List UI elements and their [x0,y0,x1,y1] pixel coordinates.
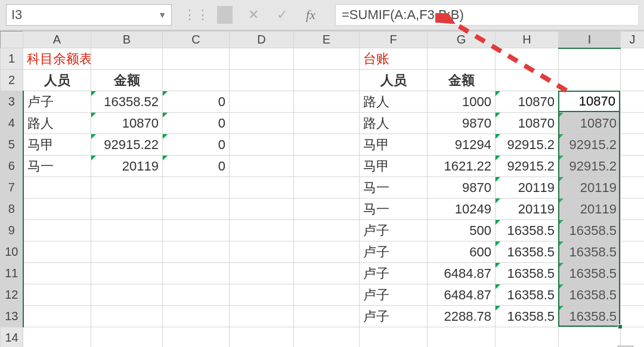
cell-A2[interactable]: 人员 [23,70,91,91]
cell-H10[interactable]: 16358.5 [496,241,559,263]
cell-F1[interactable]: 台账 [360,48,428,70]
cell-I10[interactable]: 16358.5 [559,241,621,263]
cell-E4[interactable] [294,113,360,134]
cell-J8[interactable] [621,199,645,220]
cell-C5[interactable]: 0 [163,134,230,156]
cell-B6[interactable]: 20119 [91,156,163,177]
cell-C11[interactable] [163,263,230,284]
cell-A7[interactable] [23,177,91,199]
cell-A14[interactable] [23,327,91,348]
cell-I4[interactable]: 10870 [559,113,621,134]
cell-G2[interactable]: 金额 [428,70,496,91]
cell-G10[interactable]: 600 [428,241,496,263]
select-all-corner[interactable] [1,32,23,48]
cell-C8[interactable] [163,199,230,220]
cell-H8[interactable]: 20119 [496,199,559,220]
row-header[interactable]: 3 [1,91,23,113]
cell-J5[interactable] [621,134,645,156]
cell-A3[interactable]: 卢子 [23,91,91,113]
cell-E1[interactable] [294,48,360,70]
row-header[interactable]: 13 [1,306,23,327]
row-header[interactable]: 7 [1,177,23,199]
cell-G3[interactable]: 1000 [428,91,496,113]
cell-H7[interactable]: 20119 [496,177,559,199]
cell-H3[interactable]: 10870 [496,91,559,113]
cell-C3[interactable]: 0 [163,91,230,113]
cell-F2[interactable]: 人员 [360,70,428,91]
cell-G14[interactable] [428,327,496,348]
col-header-H[interactable]: H [496,32,559,48]
cell-D3[interactable] [230,91,294,113]
cell-C2[interactable] [163,70,230,91]
cell-C10[interactable] [163,241,230,263]
cell-D8[interactable] [230,199,294,220]
cell-F9[interactable]: 卢子 [360,220,428,241]
cell-G12[interactable]: 6484.87 [428,284,496,306]
cell-D9[interactable] [230,220,294,241]
row-header[interactable]: 12 [1,284,23,306]
cell-B10[interactable] [91,241,163,263]
cell-B11[interactable] [91,263,163,284]
cell-E7[interactable] [294,177,360,199]
name-box-dropdown-icon[interactable]: ▼ [158,10,166,20]
row-header[interactable]: 6 [1,156,23,177]
cell-E9[interactable] [294,220,360,241]
row-header[interactable]: 4 [1,113,23,134]
cell-C1[interactable] [163,48,230,70]
cell-J12[interactable] [621,284,645,306]
cell-I7[interactable]: 20119 [559,177,621,199]
cell-J14[interactable] [621,327,645,348]
cell-E3[interactable] [294,91,360,113]
row-header[interactable]: 5 [1,134,23,156]
cell-H11[interactable]: 16358.5 [496,263,559,284]
cell-I2[interactable] [559,70,621,91]
cell-C4[interactable]: 0 [163,113,230,134]
cell-E11[interactable] [294,263,360,284]
cell-J9[interactable] [621,220,645,241]
cell-A12[interactable] [23,284,91,306]
cell-A9[interactable] [23,220,91,241]
cell-A5[interactable]: 马甲 [23,134,91,156]
cell-A10[interactable] [23,241,91,263]
cell-C9[interactable] [163,220,230,241]
cell-A13[interactable] [23,306,91,327]
cell-J2[interactable] [621,70,645,91]
cell-C6[interactable]: 0 [163,156,230,177]
row-header[interactable]: 2 [1,70,23,91]
cell-J10[interactable] [621,241,645,263]
cell-G8[interactable]: 10249 [428,199,496,220]
cell-D6[interactable] [230,156,294,177]
cell-C7[interactable] [163,177,230,199]
cell-J1[interactable] [621,48,645,70]
cell-J6[interactable] [621,156,645,177]
cell-B13[interactable] [91,306,163,327]
name-box[interactable]: I3 ▼ [6,4,172,26]
col-header-B[interactable]: B [91,32,163,48]
col-header-J[interactable]: J [621,32,645,48]
cell-F14[interactable] [360,327,428,348]
cell-B3[interactable]: 16358.52 [91,91,163,113]
cell-D12[interactable] [230,284,294,306]
cell-J7[interactable] [621,177,645,199]
cell-I8[interactable]: 20119 [559,199,621,220]
cell-D7[interactable] [230,177,294,199]
cell-A6[interactable]: 马一 [23,156,91,177]
cell-F13[interactable]: 卢子 [360,306,428,327]
cell-F12[interactable]: 卢子 [360,284,428,306]
cell-G9[interactable]: 500 [428,220,496,241]
col-header-A[interactable]: A [23,32,91,48]
cell-H13[interactable]: 16358.5 [496,306,559,327]
cell-B5[interactable]: 92915.22 [91,134,163,156]
cell-I11[interactable]: 16358.5 [559,263,621,284]
cell-C13[interactable] [163,306,230,327]
row-header[interactable]: 10 [1,241,23,263]
cell-G5[interactable]: 91294 [428,134,496,156]
cell-G6[interactable]: 1621.22 [428,156,496,177]
row-header[interactable]: 14 [1,327,23,348]
cell-D5[interactable] [230,134,294,156]
cell-F5[interactable]: 马甲 [360,134,428,156]
cell-H14[interactable] [496,327,559,348]
cell-B14[interactable] [91,327,163,348]
cell-I6[interactable]: 92915.2 [559,156,621,177]
cell-J11[interactable] [621,263,645,284]
